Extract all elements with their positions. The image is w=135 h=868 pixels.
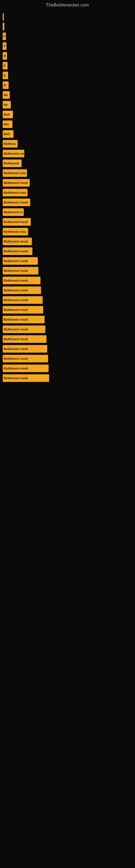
bar-20: Bottleneck re: [3, 208, 24, 216]
bar-32: Bottleneck result: [3, 326, 45, 333]
bar-16: Bottleneck resu: [3, 169, 27, 177]
bar-label-20: Bottleneck re: [4, 211, 23, 214]
bar-row: Bottleneck result: [3, 286, 132, 294]
bar-row: Bottleneck: [3, 159, 132, 167]
bar-label-8: Bo: [4, 93, 8, 97]
bar-row: Bottleneck result: [3, 306, 132, 314]
bar-24: Bottleneck result: [3, 247, 32, 255]
bar-label-16: Bottleneck resu: [4, 172, 26, 175]
bar-33: Bottleneck result: [3, 335, 46, 343]
bar-27: Bottleneck result: [3, 277, 41, 284]
bar-label-3: F: [4, 44, 6, 48]
bar-31: Bottleneck result: [3, 316, 45, 323]
bar-row: Bottleneck result: [3, 238, 132, 245]
bar-label-30: Bottleneck result: [4, 308, 28, 311]
bar-14: Bottleneck res: [3, 150, 24, 157]
bar-label-13: Bottlene: [4, 142, 16, 145]
bar-row: Bottleneck result: [3, 316, 132, 323]
bar-0: [3, 13, 4, 21]
bar-label-28: Bottleneck result: [4, 289, 28, 292]
bar-row: Bottleneck result: [3, 365, 132, 372]
bar-row: Bo: [3, 91, 132, 99]
bar-5: E: [3, 62, 8, 69]
bar-row: E: [3, 72, 132, 79]
bar-30: Bottleneck result: [3, 306, 43, 314]
bar-23: Bottleneck result: [3, 238, 32, 245]
bar-2: F: [3, 33, 6, 40]
bar-22: Bottleneck resu: [3, 228, 28, 236]
bar-37: Bottleneck result: [3, 374, 49, 382]
bar-row: Bottleneck result: [3, 257, 132, 265]
bar-label-2: F: [4, 35, 6, 38]
bar-label-11: Bot: [4, 123, 9, 126]
bar-label-35: Bottleneck result: [4, 357, 28, 360]
bar-8: Bo: [3, 91, 10, 99]
bar-row: Bottleneck result: [3, 277, 132, 284]
bar-15: Bottleneck: [3, 159, 21, 167]
bar-label-24: Bottleneck result: [4, 250, 28, 253]
bar-label-18: Bottleneck resu: [4, 191, 26, 194]
bar-row: Bottleneck re: [3, 208, 132, 216]
bar-10: Bott: [3, 111, 13, 118]
bar-19: Bottleneck result: [3, 198, 30, 206]
bar-4: B: [3, 52, 7, 60]
bar-row: F: [3, 42, 132, 50]
bar-row: B: [3, 82, 132, 89]
bar-row: Bottleneck resu: [3, 169, 132, 177]
bar-row: Bottleneck result: [3, 374, 132, 382]
bar-row: Bott: [3, 111, 132, 118]
bar-label-34: Bottleneck result: [4, 347, 28, 350]
bar-label-21: Bottleneck result: [4, 220, 28, 223]
bar-label-36: Bottleneck result: [4, 367, 28, 370]
bar-label-23: Bottleneck result: [4, 240, 28, 243]
bar-26: Bottleneck result: [3, 267, 38, 275]
bar-label-17: Bottleneck result: [4, 181, 28, 184]
bar-18: Bottleneck resu: [3, 189, 28, 196]
bar-label-32: Bottleneck result: [4, 328, 28, 331]
bar-label-5: E: [4, 64, 6, 67]
bar-row: Bo: [3, 101, 132, 108]
bar-11: Bot: [3, 120, 12, 128]
bar-row: Bottleneck result: [3, 198, 132, 206]
bar-29: Bottleneck result: [3, 296, 43, 304]
bar-28: Bottleneck result: [3, 286, 41, 294]
bar-label-12: Bott: [4, 132, 10, 135]
bar-label-6: E: [4, 74, 6, 77]
bar-row: Bottleneck result: [3, 247, 132, 255]
bar-row: Bott: [3, 130, 132, 138]
bar-17: Bottleneck result: [3, 179, 30, 187]
bar-row: Bottleneck result: [3, 326, 132, 333]
bar-row: F: [3, 33, 132, 40]
bar-row: Bot: [3, 120, 132, 128]
bar-25: Bottleneck result: [3, 257, 38, 265]
bar-13: Bottlene: [3, 140, 17, 148]
bar-12: Bott: [3, 130, 13, 138]
bar-6: E: [3, 72, 8, 79]
bar-row: [3, 13, 132, 21]
bar-label-33: Bottleneck result: [4, 337, 28, 341]
bar-7: B: [3, 82, 9, 89]
bar-9: Bo: [3, 101, 11, 108]
bar-row: [3, 23, 132, 30]
bar-row: Bottleneck res: [3, 150, 132, 157]
bar-row: Bottleneck result: [3, 179, 132, 187]
bars-container: FFBEEBBoBoBottBotBottBottleneBottleneck …: [0, 9, 135, 387]
bar-row: Bottleneck result: [3, 345, 132, 352]
bar-label-27: Bottleneck result: [4, 279, 28, 282]
bar-label-31: Bottleneck result: [4, 318, 28, 321]
bar-label-37: Bottleneck result: [4, 376, 28, 380]
bar-row: E: [3, 62, 132, 69]
bar-row: Bottleneck result: [3, 335, 132, 343]
bar-36: Bottleneck result: [3, 365, 49, 372]
bar-label-10: Bott: [4, 113, 10, 116]
bar-row: B: [3, 52, 132, 60]
bar-row: Bottlene: [3, 140, 132, 148]
bar-34: Bottleneck result: [3, 345, 47, 352]
bar-row: Bottleneck resu: [3, 189, 132, 196]
bar-label-14: Bottleneck res: [4, 152, 24, 155]
bar-label-29: Bottleneck result: [4, 299, 28, 302]
bar-row: Bottleneck result: [3, 355, 132, 362]
bar-35: Bottleneck result: [3, 355, 48, 362]
bar-row: Bottleneck result: [3, 218, 132, 226]
site-title: TheBottlenecker.com: [0, 0, 135, 9]
